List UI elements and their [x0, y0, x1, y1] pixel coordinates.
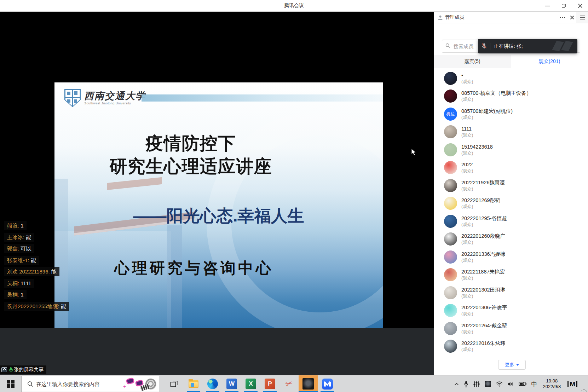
- tray-expand-button[interactable]: [452, 375, 461, 392]
- chat-sender: 吴桐:: [7, 280, 21, 286]
- speaking-toast: 正在讲话: 张;: [478, 39, 577, 53]
- tray-mixer[interactable]: [471, 375, 482, 392]
- window-titlebar: 腾讯会议: [0, 0, 588, 12]
- excel-button[interactable]: X: [241, 375, 260, 392]
- member-row[interactable]: 2022201295-谷恒超(观众): [434, 212, 588, 230]
- minimize-button[interactable]: [539, 0, 555, 12]
- ime-indicator[interactable]: 中: [529, 375, 540, 392]
- member-role: (观众): [461, 186, 505, 192]
- panel-more-row: 更多: [434, 355, 588, 375]
- powerpoint-icon: P: [265, 379, 275, 389]
- tray-wifi[interactable]: [494, 375, 505, 392]
- tray-mic[interactable]: [461, 375, 471, 392]
- slide-title-line2: 研究生心理适应讲座: [54, 155, 327, 178]
- member-row[interactable]: 2022212016朱炫玮(观众): [434, 338, 588, 356]
- member-row[interactable]: 2022211926魏雨滢(观众): [434, 177, 588, 195]
- member-row[interactable]: 2022211887朱艳宏(观众): [434, 266, 588, 284]
- app-thumbnail-icon: [485, 381, 491, 387]
- clock-time: 19:08: [543, 378, 561, 384]
- chevron-down-icon: [516, 364, 519, 366]
- meeting-watermark-icon: [554, 41, 571, 51]
- member-avatar: [444, 143, 457, 156]
- sliders-icon: [473, 381, 480, 387]
- tray-volume[interactable]: [505, 375, 516, 392]
- member-role: (观众): [461, 79, 473, 85]
- member-row[interactable]: 2022201264-戴金堃(观众): [434, 319, 588, 338]
- active-app-icon: [302, 378, 314, 390]
- member-row[interactable]: 2022201260殷晓广(观众): [434, 230, 588, 248]
- more-button-label: 更多: [505, 362, 514, 368]
- speaker-icon: [508, 381, 514, 387]
- member-avatar: [444, 340, 457, 353]
- panel-close-icon[interactable]: [570, 16, 574, 19]
- member-name: 2022201260殷晓广: [461, 233, 505, 240]
- member-avatar: [444, 197, 457, 210]
- member-row[interactable]: 2022(观众): [434, 159, 588, 177]
- more-button[interactable]: 更多: [498, 360, 526, 370]
- tab-guests[interactable]: 嘉宾(5): [434, 55, 511, 68]
- file-explorer-button[interactable]: [184, 375, 203, 392]
- chat-text: 可以: [21, 246, 31, 252]
- taskbar-search-box[interactable]: ✦: [21, 376, 159, 392]
- start-button[interactable]: [0, 375, 21, 392]
- member-avatar: [444, 215, 457, 228]
- tray-clock[interactable]: 19:08 2022/9/8: [540, 378, 564, 390]
- tencent-meeting-icon: [322, 379, 333, 390]
- tab-audience[interactable]: 观众(201): [511, 55, 588, 68]
- member-avatar: [444, 286, 457, 299]
- member-row[interactable]: 15194223618(观众): [434, 141, 588, 159]
- member-row[interactable]: •(观众): [434, 69, 588, 87]
- window-title: 腾讯会议: [284, 2, 304, 9]
- search-highlight-art: ✦: [122, 376, 159, 392]
- tray-battery[interactable]: [516, 375, 529, 392]
- edge-button[interactable]: [203, 375, 222, 392]
- taskbar-search-input[interactable]: [36, 381, 122, 387]
- member-name: 2022201302田玥琳: [461, 287, 505, 293]
- chat-sender: 吴桐:: [7, 292, 21, 298]
- member-name: 2022212016朱炫玮: [461, 340, 505, 347]
- panel-search-row: 正在讲话: 张;: [434, 24, 588, 55]
- tencent-meeting-button[interactable]: [318, 375, 337, 392]
- file-explorer-icon: [189, 380, 198, 388]
- panel-menu-button[interactable]: [576, 12, 588, 23]
- close-button[interactable]: [572, 0, 588, 12]
- member-avatar: 机位: [444, 108, 457, 121]
- chat-text: 能: [61, 303, 66, 309]
- member-role: (观众): [461, 275, 505, 281]
- member-row[interactable]: 085700-杨卓文（电脑主设备）(观众): [434, 87, 588, 105]
- slide-header-bar: [142, 94, 383, 102]
- member-role: (观众): [461, 347, 505, 352]
- tray-app-thumbnail[interactable]: [482, 375, 494, 392]
- slide-title: 疫情防控下 研究生心理适应讲座: [54, 132, 383, 178]
- word-button[interactable]: W: [222, 375, 241, 392]
- member-name: •: [461, 72, 473, 79]
- active-app-button[interactable]: [299, 375, 318, 392]
- chat-text: 能: [31, 257, 36, 263]
- member-role: (观众): [461, 132, 473, 138]
- speaking-toast-text: 正在讲话: 张;: [494, 43, 523, 50]
- member-row[interactable]: 2022201269彭韬(观众): [434, 195, 588, 213]
- powerpoint-button[interactable]: P: [260, 375, 279, 392]
- member-row[interactable]: 机位085700邱建宏(副机位)(观众): [434, 105, 588, 123]
- more-options-icon[interactable]: [560, 17, 565, 18]
- task-view-button[interactable]: [165, 375, 184, 392]
- member-row[interactable]: 1111(观众): [434, 123, 588, 141]
- member-list[interactable]: •(观众)085700-杨卓文（电脑主设备）(观众)机位085700邱建宏(副机…: [434, 69, 588, 367]
- tray-brand-m[interactable]: M: [564, 381, 581, 387]
- panel-title: 管理成员: [445, 14, 464, 21]
- member-avatar: [444, 161, 457, 174]
- member-icon: [438, 15, 443, 20]
- member-name: 2022201264-戴金堃: [461, 322, 507, 329]
- slide-subtitle: ——阳光心态.幸福人生: [54, 205, 383, 227]
- member-role: (观众): [461, 240, 505, 245]
- capture-tool-button[interactable]: ✂: [279, 375, 299, 392]
- member-name: 1111: [461, 126, 473, 132]
- member-row[interactable]: 2022201302田玥琳(观众): [434, 284, 588, 302]
- member-avatar: [444, 232, 457, 246]
- member-row[interactable]: 2022201306-许凌宇(观众): [434, 302, 588, 320]
- close-icon: [578, 4, 582, 8]
- task-view-icon: [170, 380, 179, 388]
- member-avatar: [444, 179, 457, 192]
- restore-button[interactable]: [555, 0, 572, 12]
- member-row[interactable]: 2022201336冯媛橼(观众): [434, 248, 588, 266]
